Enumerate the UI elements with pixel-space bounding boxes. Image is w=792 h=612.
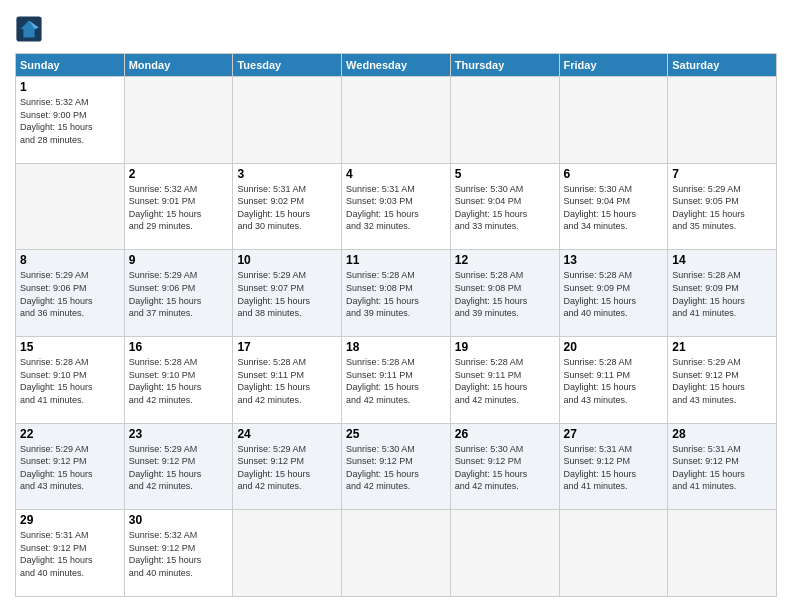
day-number: 7 bbox=[672, 167, 772, 181]
header-thursday: Thursday bbox=[450, 54, 559, 77]
header-monday: Monday bbox=[124, 54, 233, 77]
table-row: 2Sunrise: 5:32 AMSunset: 9:01 PMDaylight… bbox=[124, 163, 233, 250]
table-row: 21Sunrise: 5:29 AMSunset: 9:12 PMDayligh… bbox=[668, 336, 777, 423]
table-row: 15Sunrise: 5:28 AMSunset: 9:10 PMDayligh… bbox=[16, 336, 125, 423]
table-row: 8Sunrise: 5:29 AMSunset: 9:06 PMDaylight… bbox=[16, 250, 125, 337]
day-number: 25 bbox=[346, 427, 446, 441]
day-number: 29 bbox=[20, 513, 120, 527]
table-row: 27Sunrise: 5:31 AMSunset: 9:12 PMDayligh… bbox=[559, 423, 668, 510]
day-number: 11 bbox=[346, 253, 446, 267]
day-number: 12 bbox=[455, 253, 555, 267]
day-number: 10 bbox=[237, 253, 337, 267]
header-sunday: Sunday bbox=[16, 54, 125, 77]
day-number: 2 bbox=[129, 167, 229, 181]
day-number: 4 bbox=[346, 167, 446, 181]
day-number: 28 bbox=[672, 427, 772, 441]
day-number: 30 bbox=[129, 513, 229, 527]
table-row: 19Sunrise: 5:28 AMSunset: 9:11 PMDayligh… bbox=[450, 336, 559, 423]
week-row-0: 1Sunrise: 5:32 AMSunset: 9:00 PMDaylight… bbox=[16, 77, 777, 164]
day-number: 16 bbox=[129, 340, 229, 354]
table-row bbox=[559, 510, 668, 597]
day-number: 9 bbox=[129, 253, 229, 267]
table-row: 7Sunrise: 5:29 AMSunset: 9:05 PMDaylight… bbox=[668, 163, 777, 250]
table-row: 25Sunrise: 5:30 AMSunset: 9:12 PMDayligh… bbox=[342, 423, 451, 510]
day-number: 15 bbox=[20, 340, 120, 354]
table-row: 23Sunrise: 5:29 AMSunset: 9:12 PMDayligh… bbox=[124, 423, 233, 510]
day-number: 21 bbox=[672, 340, 772, 354]
week-row-2: 8Sunrise: 5:29 AMSunset: 9:06 PMDaylight… bbox=[16, 250, 777, 337]
table-row bbox=[342, 77, 451, 164]
table-row: 22Sunrise: 5:29 AMSunset: 9:12 PMDayligh… bbox=[16, 423, 125, 510]
day-number: 5 bbox=[455, 167, 555, 181]
table-row bbox=[16, 163, 125, 250]
table-row bbox=[668, 77, 777, 164]
day-number: 24 bbox=[237, 427, 337, 441]
table-row: 28Sunrise: 5:31 AMSunset: 9:12 PMDayligh… bbox=[668, 423, 777, 510]
table-row: 29Sunrise: 5:31 AMSunset: 9:12 PMDayligh… bbox=[16, 510, 125, 597]
day-number: 27 bbox=[564, 427, 664, 441]
day-number: 1 bbox=[20, 80, 120, 94]
table-row bbox=[559, 77, 668, 164]
table-row: 12Sunrise: 5:28 AMSunset: 9:08 PMDayligh… bbox=[450, 250, 559, 337]
header-tuesday: Tuesday bbox=[233, 54, 342, 77]
day-number: 26 bbox=[455, 427, 555, 441]
table-row bbox=[342, 510, 451, 597]
header-saturday: Saturday bbox=[668, 54, 777, 77]
table-row bbox=[233, 77, 342, 164]
table-row: 5Sunrise: 5:30 AMSunset: 9:04 PMDaylight… bbox=[450, 163, 559, 250]
table-row: 13Sunrise: 5:28 AMSunset: 9:09 PMDayligh… bbox=[559, 250, 668, 337]
table-row: 20Sunrise: 5:28 AMSunset: 9:11 PMDayligh… bbox=[559, 336, 668, 423]
calendar: SundayMondayTuesdayWednesdayThursdayFrid… bbox=[15, 53, 777, 597]
day-number: 3 bbox=[237, 167, 337, 181]
week-row-1: 2Sunrise: 5:32 AMSunset: 9:01 PMDaylight… bbox=[16, 163, 777, 250]
table-row: 14Sunrise: 5:28 AMSunset: 9:09 PMDayligh… bbox=[668, 250, 777, 337]
day-number: 14 bbox=[672, 253, 772, 267]
table-row bbox=[450, 77, 559, 164]
day-number: 19 bbox=[455, 340, 555, 354]
day-number: 20 bbox=[564, 340, 664, 354]
table-row: 24Sunrise: 5:29 AMSunset: 9:12 PMDayligh… bbox=[233, 423, 342, 510]
table-row: 9Sunrise: 5:29 AMSunset: 9:06 PMDaylight… bbox=[124, 250, 233, 337]
logo bbox=[15, 15, 47, 43]
table-row bbox=[450, 510, 559, 597]
logo-icon bbox=[15, 15, 43, 43]
week-row-4: 22Sunrise: 5:29 AMSunset: 9:12 PMDayligh… bbox=[16, 423, 777, 510]
table-row: 18Sunrise: 5:28 AMSunset: 9:11 PMDayligh… bbox=[342, 336, 451, 423]
day-number: 23 bbox=[129, 427, 229, 441]
table-row: 4Sunrise: 5:31 AMSunset: 9:03 PMDaylight… bbox=[342, 163, 451, 250]
header-wednesday: Wednesday bbox=[342, 54, 451, 77]
table-row: 26Sunrise: 5:30 AMSunset: 9:12 PMDayligh… bbox=[450, 423, 559, 510]
table-row bbox=[668, 510, 777, 597]
table-row: 1Sunrise: 5:32 AMSunset: 9:00 PMDaylight… bbox=[16, 77, 125, 164]
table-row: 6Sunrise: 5:30 AMSunset: 9:04 PMDaylight… bbox=[559, 163, 668, 250]
day-number: 22 bbox=[20, 427, 120, 441]
table-row: 17Sunrise: 5:28 AMSunset: 9:11 PMDayligh… bbox=[233, 336, 342, 423]
table-row bbox=[124, 77, 233, 164]
week-row-3: 15Sunrise: 5:28 AMSunset: 9:10 PMDayligh… bbox=[16, 336, 777, 423]
header-friday: Friday bbox=[559, 54, 668, 77]
day-number: 13 bbox=[564, 253, 664, 267]
day-number: 6 bbox=[564, 167, 664, 181]
table-row: 30Sunrise: 5:32 AMSunset: 9:12 PMDayligh… bbox=[124, 510, 233, 597]
table-row bbox=[233, 510, 342, 597]
day-number: 8 bbox=[20, 253, 120, 267]
day-number: 17 bbox=[237, 340, 337, 354]
table-row: 3Sunrise: 5:31 AMSunset: 9:02 PMDaylight… bbox=[233, 163, 342, 250]
table-row: 16Sunrise: 5:28 AMSunset: 9:10 PMDayligh… bbox=[124, 336, 233, 423]
week-row-5: 29Sunrise: 5:31 AMSunset: 9:12 PMDayligh… bbox=[16, 510, 777, 597]
table-row: 11Sunrise: 5:28 AMSunset: 9:08 PMDayligh… bbox=[342, 250, 451, 337]
day-number: 18 bbox=[346, 340, 446, 354]
header-row: SundayMondayTuesdayWednesdayThursdayFrid… bbox=[16, 54, 777, 77]
table-row: 10Sunrise: 5:29 AMSunset: 9:07 PMDayligh… bbox=[233, 250, 342, 337]
